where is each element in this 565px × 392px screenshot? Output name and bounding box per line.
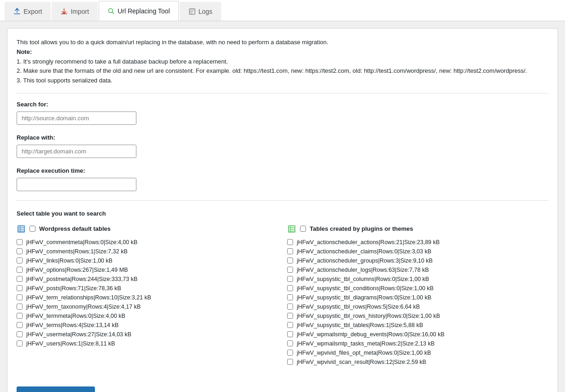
table-row: jHFwV_wpvivid_scan_result|Rows:12|Size:2…	[287, 359, 548, 365]
info-note-1: 1. It's strongly recommend to take a ful…	[17, 57, 548, 67]
logs-icon	[188, 8, 196, 15]
wp-table-checkbox-2[interactable]	[17, 257, 23, 263]
info-note-3: 3. This tool supports serialized data.	[17, 76, 548, 86]
plugin-tables-icon	[287, 224, 296, 234]
plugin-table-checkbox-12[interactable]	[287, 350, 293, 356]
table-row: jHFwV_supsystic_tbl_rows|Rows:5|Size:6,6…	[287, 304, 548, 310]
tab-export[interactable]: Export	[5, 2, 51, 21]
info-note-2: 2. Make sure that the formats of the old…	[17, 66, 548, 76]
wp-table-checkbox-4[interactable]	[17, 276, 23, 282]
search-for-section: Search for:	[17, 101, 548, 125]
replace-with-input[interactable]	[17, 145, 136, 158]
wordpress-tables-list: jHFwV_commentmeta|Rows:0|Size:4,00 kBjHF…	[17, 239, 278, 347]
plugin-table-checkbox-13[interactable]	[287, 359, 293, 365]
wp-table-checkbox-0[interactable]	[17, 239, 23, 245]
wp-table-checkbox-6[interactable]	[17, 294, 23, 300]
table-row: jHFwV_wpvivid_files_opt_meta|Rows:0|Size…	[287, 350, 548, 356]
table-row: jHFwV_terms|Rows:4|Size:13,14 kB	[17, 322, 278, 328]
wp-table-checkbox-7[interactable]	[17, 304, 23, 310]
tab-import[interactable]: Import	[52, 2, 98, 21]
plugin-group-header: Tables created by plugins or themes	[287, 224, 548, 234]
table-row: jHFwV_supsystic_tbl_conditions|Rows:0|Si…	[287, 285, 548, 292]
wp-table-checkbox-3[interactable]	[17, 267, 23, 273]
url-replacing-tool-icon	[107, 7, 115, 15]
plugin-table-label-5: jHFwV_supsystic_tbl_conditions|Rows:0|Si…	[297, 285, 434, 292]
wp-table-checkbox-10[interactable]	[17, 331, 23, 337]
tab-import-label: Import	[71, 8, 89, 15]
tables-grid: Wordpress default tables jHFwV_commentme…	[17, 224, 548, 368]
replace-with-label: Replace with:	[17, 134, 548, 141]
wp-table-label-8: jHFwV_termmeta|Rows:0|Size:4,00 kB	[26, 313, 125, 319]
plugin-table-label-0: jHFwV_actionscheduler_actions|Rows:21|Si…	[297, 239, 440, 246]
wp-table-checkbox-1[interactable]	[17, 248, 23, 254]
wp-table-checkbox-8[interactable]	[17, 313, 23, 319]
main-content: This tool allows you to do a quick domai…	[7, 28, 558, 392]
wp-table-label-7: jHFwV_term_taxonomy|Rows:4|Size:4,17 kB	[26, 304, 141, 310]
table-row: jHFwV_actionscheduler_groups|Rows:3|Size…	[287, 257, 548, 264]
plugin-table-checkbox-5[interactable]	[287, 285, 293, 291]
plugin-table-checkbox-2[interactable]	[287, 257, 293, 263]
info-section: This tool allows you to do a quick domai…	[17, 38, 548, 94]
table-section-title: Select table you want to search	[17, 210, 548, 217]
table-section: Select table you want to search	[17, 200, 548, 368]
execution-time-input[interactable]: 900	[17, 178, 136, 191]
plugin-table-label-9: jHFwV_supsystic_tbl_tables|Rows:1|Size:5…	[297, 322, 423, 328]
plugin-table-label-6: jHFwV_supsystic_tbl_diagrams|Rows:0|Size…	[297, 294, 431, 301]
plugin-table-label-7: jHFwV_supsystic_tbl_rows|Rows:5|Size:6,6…	[297, 304, 420, 310]
table-row: jHFwV_actionscheduler_claims|Rows:0|Size…	[287, 248, 548, 255]
wp-table-label-1: jHFwV_comments|Rows:1|Size:7,32 kB	[26, 248, 128, 255]
table-row: jHFwV_wpmailsmtp_tasks_meta|Rows:2|Size:…	[287, 340, 548, 347]
table-row: jHFwV_commentmeta|Rows:0|Size:4,00 kB	[17, 239, 278, 246]
plugin-table-checkbox-3[interactable]	[287, 267, 293, 273]
table-row: jHFwV_comments|Rows:1|Size:7,32 kB	[17, 248, 278, 255]
table-row: jHFwV_links|Rows:0|Size:1,00 kB	[17, 257, 278, 264]
wp-table-label-3: jHFwV_options|Rows:267|Size:1,49 MB	[26, 267, 128, 273]
execution-time-label: Replace execution time:	[17, 167, 548, 174]
table-row: jHFwV_wpmailsmtp_debug_events|Rows:0|Siz…	[287, 331, 548, 338]
tab-export-label: Export	[24, 8, 42, 15]
table-row: jHFwV_supsystic_tbl_rows_history|Rows:0|…	[287, 313, 548, 319]
wp-table-label-6: jHFwV_term_relationships|Rows:10|Size:3,…	[26, 294, 151, 301]
wordpress-tables-select-all[interactable]	[29, 226, 35, 232]
table-row: jHFwV_supsystic_tbl_columns|Rows:0|Size:…	[287, 276, 548, 282]
wp-table-checkbox-5[interactable]	[17, 285, 23, 291]
import-icon	[60, 8, 68, 15]
tab-bar: Export Import Url Replacing Tool Logs	[0, 0, 565, 21]
plugin-table-label-4: jHFwV_supsystic_tbl_columns|Rows:0|Size:…	[297, 276, 429, 282]
table-row: jHFwV_actionscheduler_logs|Rows:63|Size:…	[287, 267, 548, 273]
plugin-table-label-1: jHFwV_actionscheduler_claims|Rows:0|Size…	[297, 248, 431, 255]
plugin-table-checkbox-1[interactable]	[287, 248, 293, 254]
table-row: jHFwV_supsystic_tbl_diagrams|Rows:0|Size…	[287, 294, 548, 301]
footer-section: Search & Replace Now	[17, 379, 548, 392]
table-row: jHFwV_usermeta|Rows:27|Size:14,03 kB	[17, 331, 278, 338]
wp-table-checkbox-9[interactable]	[17, 322, 23, 328]
table-row: jHFwV_supsystic_tbl_tables|Rows:1|Size:5…	[287, 322, 548, 328]
plugin-table-label-3: jHFwV_actionscheduler_logs|Rows:63|Size:…	[297, 267, 429, 273]
plugin-table-checkbox-8[interactable]	[287, 313, 293, 319]
table-row: jHFwV_users|Rows:1|Size:8,11 kB	[17, 340, 278, 347]
tab-url-replacing-tool[interactable]: Url Replacing Tool	[99, 1, 178, 21]
plugin-table-checkbox-7[interactable]	[287, 304, 293, 310]
wordpress-tables-icon	[17, 224, 26, 234]
plugin-table-checkbox-6[interactable]	[287, 294, 293, 300]
table-row: jHFwV_options|Rows:267|Size:1,49 MB	[17, 267, 278, 273]
tab-logs[interactable]: Logs	[180, 2, 221, 21]
wp-table-checkbox-11[interactable]	[17, 340, 23, 346]
plugin-table-checkbox-11[interactable]	[287, 340, 293, 346]
plugin-table-label-11: jHFwV_wpmailsmtp_tasks_meta|Rows:2|Size:…	[297, 340, 435, 347]
plugin-tables-select-all[interactable]	[300, 226, 306, 232]
search-replace-button[interactable]: Search & Replace Now	[17, 386, 95, 392]
wp-table-label-0: jHFwV_commentmeta|Rows:0|Size:4,00 kB	[26, 239, 137, 246]
table-row: jHFwV_posts|Rows:71|Size:78,36 kB	[17, 285, 278, 292]
plugin-table-checkbox-10[interactable]	[287, 331, 293, 337]
plugin-table-checkbox-4[interactable]	[287, 276, 293, 282]
wordpress-group-label: Wordpress default tables	[39, 225, 111, 232]
table-row: jHFwV_postmeta|Rows:244|Size:333,73 kB	[17, 276, 278, 282]
plugin-table-checkbox-9[interactable]	[287, 322, 293, 328]
plugin-table-checkbox-0[interactable]	[287, 239, 293, 245]
search-for-input[interactable]	[17, 111, 136, 125]
info-description: This tool allows you to do a quick domai…	[17, 38, 548, 47]
plugin-tables-group: Tables created by plugins or themes jHFw…	[287, 224, 548, 368]
plugin-tables-list: jHFwV_actionscheduler_actions|Rows:21|Si…	[287, 239, 548, 365]
plugin-table-label-8: jHFwV_supsystic_tbl_rows_history|Rows:0|…	[297, 313, 440, 319]
